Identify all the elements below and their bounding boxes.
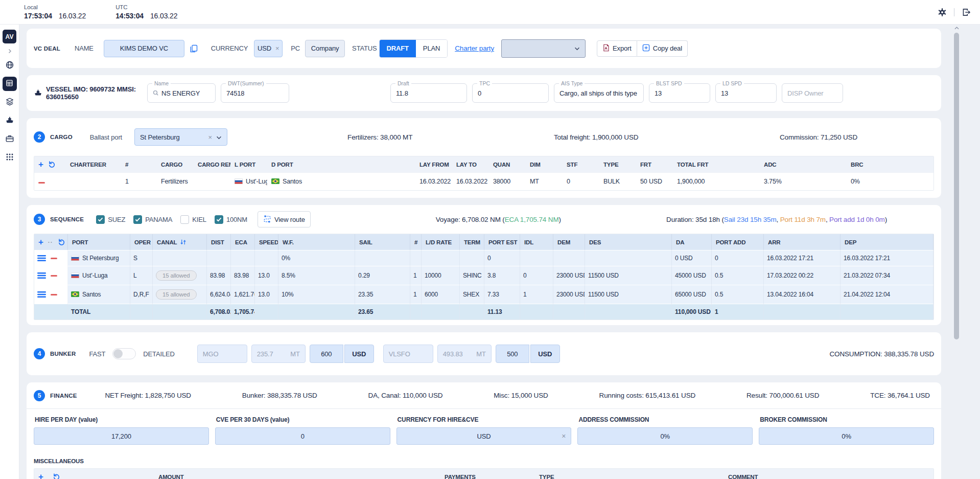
cell-da[interactable]: 45000 USD xyxy=(672,266,712,285)
cell-port-add[interactable]: 0.5 xyxy=(712,285,764,304)
view-route-button[interactable]: View route xyxy=(258,211,311,227)
vessel-field-name[interactable]: NameNS ENERGY xyxy=(147,83,216,103)
cell-adc[interactable]: 3.75% xyxy=(760,172,847,190)
vessel-field-draft[interactable]: Draft11.8 xyxy=(390,83,467,103)
cell-wf[interactable]: 0% xyxy=(278,250,355,266)
cell-dep[interactable]: 21.03.2022 07:34 xyxy=(841,266,934,285)
vlsfo-price-currency[interactable]: USD xyxy=(530,345,560,363)
add-port-icon[interactable]: + xyxy=(38,238,43,246)
cell-number[interactable] xyxy=(410,250,422,266)
deal-name-input[interactable]: KIMS DEMO VC xyxy=(104,40,184,57)
cell-port[interactable]: Santos xyxy=(68,285,130,304)
cell-number[interactable]: 1 xyxy=(121,172,157,190)
vessel-field-ld-spd[interactable]: LD SPD13 xyxy=(715,83,777,103)
sidebar-item-apps[interactable] xyxy=(3,150,17,165)
cell-ld-rate[interactable]: 6000 xyxy=(422,285,460,304)
cell-canal[interactable]: 15 allowed xyxy=(153,266,207,285)
cell-sail[interactable]: 23.35 xyxy=(355,285,410,304)
clear-ballast-icon[interactable]: × xyxy=(208,133,212,141)
drag-handle-icon[interactable] xyxy=(37,272,46,279)
cell-wf[interactable]: 8.5% xyxy=(278,266,355,285)
cell-idl[interactable] xyxy=(520,250,553,266)
add-cargo-icon[interactable]: + xyxy=(38,160,43,169)
cell-sail[interactable]: 0.29 xyxy=(355,266,410,285)
cell-dem[interactable]: 23000 USD xyxy=(553,266,585,285)
cell-dist[interactable]: 83.98 xyxy=(207,266,231,285)
cell-total-frt[interactable]: 1,900,000 xyxy=(673,172,760,190)
canal-checkbox-100nm[interactable]: 100NM xyxy=(215,215,247,224)
cell-d-port[interactable]: Santos xyxy=(267,172,415,190)
cell-cargo-rem[interactable] xyxy=(194,172,230,190)
clear-icon[interactable]: × xyxy=(562,432,566,440)
remove-row-icon[interactable] xyxy=(51,258,57,259)
sidebar-expand-icon[interactable] xyxy=(7,48,12,55)
logout-icon[interactable] xyxy=(962,8,971,17)
app-logo[interactable]: AV xyxy=(3,30,16,43)
cell-eca[interactable]: 83.98 xyxy=(231,266,255,285)
cell-term[interactable]: SHINC xyxy=(460,266,484,285)
cell-canal[interactable] xyxy=(153,250,207,266)
copy-deal-button[interactable]: Copy deal xyxy=(637,40,688,57)
cell-term[interactable]: SHEX xyxy=(460,285,484,304)
deal-currency-input[interactable]: USD × xyxy=(254,40,283,57)
cell-cargo[interactable]: Fertilizers xyxy=(157,172,194,190)
cell-da[interactable]: 65000 USD xyxy=(672,285,712,304)
cell-port-add[interactable]: 0.5 xyxy=(712,266,764,285)
remove-row-icon[interactable] xyxy=(51,275,57,277)
cell-stf[interactable]: 0 xyxy=(563,172,599,190)
cell-speed[interactable] xyxy=(255,250,278,266)
cell-port-est[interactable]: 7.33 xyxy=(484,285,520,304)
cell-l-port[interactable]: Ust'-Luga xyxy=(230,172,267,190)
reset-icon[interactable] xyxy=(48,161,56,168)
vlsfo-price-input[interactable]: 500 xyxy=(496,345,529,363)
cell-arr[interactable]: 17.03.2022 00:22 xyxy=(764,266,841,285)
cell-arr[interactable]: 13.04.2022 16:04 xyxy=(764,285,841,304)
remove-row-icon[interactable] xyxy=(51,294,57,295)
export-button[interactable]: Export xyxy=(597,40,637,57)
reset-icon[interactable] xyxy=(53,473,60,479)
cell-port[interactable]: Ust'-Luga xyxy=(68,266,130,285)
field-input[interactable]: 17,200 xyxy=(34,427,209,445)
pc-company-button[interactable]: Company xyxy=(305,40,345,57)
charter-party-link[interactable]: Charter party xyxy=(455,44,494,52)
cell-dim[interactable]: MT xyxy=(526,172,563,190)
cell-quan[interactable]: 38000 xyxy=(489,172,526,190)
cell-oper[interactable]: S xyxy=(130,250,153,266)
cell-canal[interactable]: 15 allowed xyxy=(153,285,207,304)
sidebar-item-map[interactable] xyxy=(3,58,17,73)
cell-ld-rate[interactable] xyxy=(422,250,460,266)
cell-dep[interactable]: 21.04.2022 12:04 xyxy=(841,285,934,304)
remove-row-icon[interactable] xyxy=(38,182,45,184)
cell-oper[interactable]: D,R,F xyxy=(130,285,153,304)
status-plan-button[interactable]: PLAN xyxy=(416,40,447,57)
sidebar-item-fleet[interactable] xyxy=(3,113,17,128)
vessel-field-ais-type[interactable]: AIS TypeCargo, all ships of this type xyxy=(554,83,644,103)
cell-des[interactable]: 11500 USD xyxy=(585,285,672,304)
cell-sail[interactable] xyxy=(355,250,410,266)
canal-checkbox-panama[interactable]: PANAMA xyxy=(133,215,172,224)
cell-des[interactable]: 11500 USD xyxy=(585,266,672,285)
cell-port[interactable]: St Petersburg xyxy=(68,250,130,266)
scrollbar-thumb[interactable] xyxy=(954,33,959,339)
cell-speed[interactable]: 13.0 xyxy=(255,266,278,285)
canal-checkbox-suez[interactable]: SUEZ xyxy=(96,215,125,224)
ballast-port-select[interactable]: St Petersburg × xyxy=(134,128,227,146)
field-input[interactable]: 0% xyxy=(759,427,934,445)
add-misc-icon[interactable]: + xyxy=(38,472,43,479)
bunker-mode-toggle[interactable] xyxy=(112,348,136,359)
cell-term[interactable] xyxy=(460,250,484,266)
field-input[interactable]: USD× xyxy=(396,427,572,445)
cell-dem[interactable]: 23000 USD xyxy=(553,285,585,304)
reset-icon[interactable] xyxy=(58,238,65,246)
cell-number[interactable]: 1 xyxy=(410,266,422,285)
charter-party-select[interactable] xyxy=(501,39,586,58)
scroll-up-icon[interactable] xyxy=(953,25,960,32)
drag-handle-icon[interactable] xyxy=(37,255,46,261)
cell-port-est[interactable]: 0 xyxy=(484,250,520,266)
vessel-field-disp-owner[interactable]: DISP Owner xyxy=(782,83,843,103)
cell-da[interactable]: 0 USD xyxy=(672,250,712,266)
vessel-field-dwt-summer-[interactable]: DWT(Summer)74518 xyxy=(221,83,289,103)
cell-idl[interactable]: 0 xyxy=(520,266,553,285)
cell-speed[interactable]: 13.0 xyxy=(255,285,278,304)
mgo-price-currency[interactable]: USD xyxy=(344,345,374,363)
